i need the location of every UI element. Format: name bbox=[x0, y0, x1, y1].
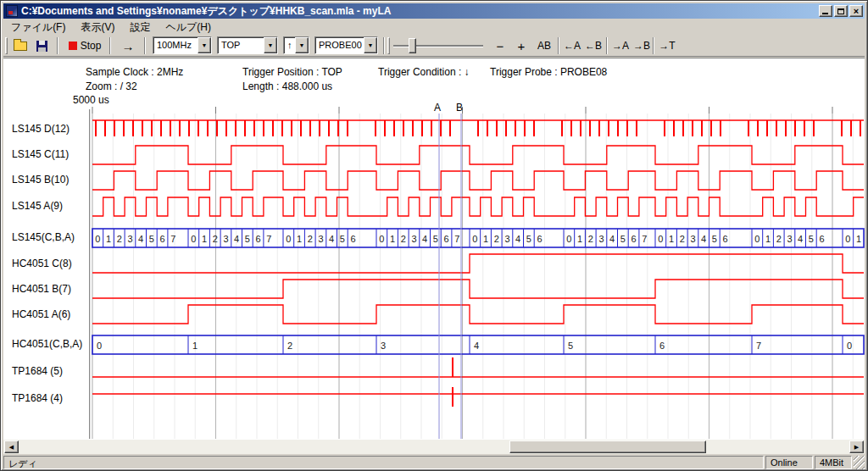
zoom-slider-thumb[interactable] bbox=[409, 38, 416, 53]
scrollbar-thumb[interactable] bbox=[509, 441, 706, 453]
toolbar: Stop → 100MHz ▼ TOP ▼ ↑ ▼ PROBE00 ▼ − + … bbox=[3, 35, 865, 57]
trigger-probe-select[interactable]: PROBE00 ▼ bbox=[314, 36, 378, 54]
zoom-in-button[interactable]: + bbox=[511, 36, 531, 55]
menu-file[interactable]: ファイル(F) bbox=[3, 19, 73, 36]
window-title: C:¥Documents and Settings¥noname¥デスクトップ¥… bbox=[21, 4, 817, 19]
scroll-left-icon: ◀ bbox=[9, 444, 14, 451]
waveform-client-area bbox=[3, 58, 865, 440]
app-window: C:¥Documents and Settings¥noname¥デスクトップ¥… bbox=[0, 0, 868, 471]
toolbar-grip[interactable] bbox=[387, 37, 390, 54]
resize-grip[interactable] bbox=[854, 456, 865, 469]
maximize-icon bbox=[837, 8, 844, 14]
stop-icon bbox=[69, 42, 77, 50]
dropdown-arrow-icon[interactable]: ▼ bbox=[264, 37, 277, 53]
stop-button[interactable]: Stop bbox=[64, 36, 106, 55]
run-button[interactable]: → bbox=[115, 36, 141, 55]
status-ready: レディ bbox=[3, 456, 764, 469]
toolbar-separator bbox=[144, 37, 146, 54]
menu-help[interactable]: ヘルプ(H) bbox=[158, 19, 219, 36]
menu-bar: ファイル(F) 表示(V) 設定 ヘルプ(H) bbox=[3, 19, 865, 35]
status-memory: 4MBit bbox=[815, 456, 852, 469]
scroll-right-button[interactable]: ▶ bbox=[849, 441, 864, 453]
app-icon bbox=[6, 5, 18, 17]
close-icon: × bbox=[854, 7, 859, 16]
trigger-probe-value: PROBE00 bbox=[315, 37, 364, 53]
toolbar-separator bbox=[606, 37, 608, 54]
menu-settings[interactable]: 設定 bbox=[122, 19, 158, 36]
dropdown-arrow-icon[interactable]: ▼ bbox=[295, 37, 309, 53]
close-button[interactable]: × bbox=[849, 5, 863, 17]
toolbar-separator bbox=[653, 37, 654, 54]
goto-cursor-a-button[interactable]: ←A bbox=[562, 36, 582, 55]
toolbar-separator bbox=[109, 37, 111, 54]
zoom-slider-track[interactable] bbox=[393, 45, 483, 47]
scroll-left-button[interactable]: ◀ bbox=[4, 441, 19, 453]
scroll-right-icon: ▶ bbox=[854, 444, 859, 451]
stop-label: Stop bbox=[81, 40, 102, 52]
sample-clock-select[interactable]: 100MHz ▼ bbox=[153, 36, 212, 54]
minimize-button[interactable] bbox=[819, 5, 832, 17]
goto-cursor-b-button[interactable]: ←B bbox=[583, 36, 604, 55]
open-folder-icon bbox=[14, 42, 27, 51]
save-icon bbox=[36, 41, 47, 52]
status-online: Online bbox=[765, 456, 813, 469]
toolbar-grip[interactable] bbox=[5, 37, 8, 54]
maximize-button[interactable] bbox=[834, 5, 848, 17]
toolbar-separator bbox=[558, 37, 559, 54]
status-bar: レディ Online 4MBit bbox=[3, 456, 865, 469]
set-cursor-a-button[interactable]: →A bbox=[610, 36, 631, 55]
sample-clock-value: 100MHz bbox=[153, 37, 198, 53]
trigger-edge-select[interactable]: ↑ ▼ bbox=[283, 36, 309, 54]
goto-trigger-button[interactable]: →T bbox=[657, 36, 677, 55]
dropdown-arrow-icon[interactable]: ▼ bbox=[364, 37, 377, 53]
save-button[interactable] bbox=[31, 36, 52, 55]
open-button[interactable] bbox=[10, 36, 31, 55]
title-bar: C:¥Documents and Settings¥noname¥デスクトップ¥… bbox=[3, 3, 865, 19]
menu-view[interactable]: 表示(V) bbox=[73, 19, 122, 36]
trigger-position-value: TOP bbox=[218, 37, 264, 53]
minimize-icon bbox=[822, 13, 828, 14]
trigger-position-select[interactable]: TOP ▼ bbox=[217, 36, 278, 54]
horizontal-scrollbar[interactable]: ◀ ▶ bbox=[3, 440, 865, 454]
set-cursor-b-button[interactable]: →B bbox=[632, 36, 652, 55]
zoom-out-button[interactable]: − bbox=[490, 36, 510, 55]
toolbar-separator bbox=[383, 37, 385, 54]
zoom-ab-button[interactable]: AB bbox=[533, 36, 555, 55]
toolbar-separator bbox=[57, 37, 58, 54]
dropdown-arrow-icon[interactable]: ▼ bbox=[198, 37, 211, 53]
trigger-edge-value: ↑ bbox=[284, 37, 295, 53]
zoom-slider[interactable] bbox=[393, 37, 483, 54]
